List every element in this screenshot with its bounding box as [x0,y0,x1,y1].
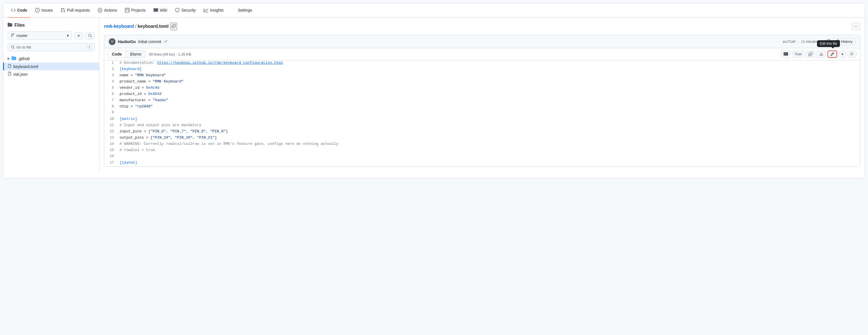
file-toolbar: Code Blame 50 lines (44 loc) · 1.16 KB R… [104,48,860,60]
code-icon [11,8,16,12]
history-button[interactable]: History [833,38,856,45]
avatar: H [109,38,116,45]
nav-settings[interactable]: Settings [228,3,255,18]
wrap-button[interactable] [847,51,857,58]
code-line-17: 17 [layout] [104,160,860,166]
pr-icon [61,8,65,12]
tab-code[interactable]: Code [107,51,126,58]
main-layout: Files master ▾ Go to fil [3,18,865,171]
line-num-2[interactable]: 2 [104,67,118,71]
nav-insights[interactable]: Insights [200,3,227,18]
settings-icon [231,8,236,12]
copy-raw-button[interactable] [806,51,815,58]
tree-file-name-toml: keyboard.toml [13,64,38,69]
line-num-11[interactable]: 11 [104,123,118,127]
goto-file-input[interactable]: Go to file t [8,43,95,51]
branch-name: master [17,33,28,38]
line-num-9[interactable]: 9 [104,111,118,115]
line-num-12[interactable]: 12 [104,129,118,133]
more-options-button[interactable]: ··· [851,22,860,30]
file-tree: ▶ .github keyboard.toml vial. [3,54,99,78]
line-content-3: name = "RMK Keyboard" [118,73,170,78]
tab-blame[interactable]: Blame [126,51,146,58]
nav-settings-label: Settings [238,8,252,12]
code-line-13: 13 output_pins = ["PIN_19", "PIN_20", "P… [104,135,860,142]
chevron-dropdown-button[interactable]: ▾ [839,51,846,58]
line-content-2: [keyboard] [118,67,146,71]
commit-time: 11 minutes ago [801,40,824,44]
branch-selector[interactable]: master ▾ [8,31,72,40]
line-num-5[interactable]: 5 [104,86,118,90]
actions-icon [98,8,102,12]
commit-author[interactable]: HaoboGu [118,39,136,44]
code-line-10: 10 [matrix] [104,117,860,123]
tree-item-github[interactable]: ▶ .github [3,54,99,63]
commit-info: acc71e0 · 11 minutes ago History [783,38,856,45]
add-file-button[interactable] [74,32,83,39]
nav-projects[interactable]: Projects [122,3,149,18]
line-num-13[interactable]: 13 [104,136,118,140]
nav-code[interactable]: Code [8,3,31,18]
nav-projects-label: Projects [131,8,146,12]
search-files-button[interactable] [86,32,95,39]
code-line-1: 1 # Documentation: https://haobogu.githu… [104,60,860,67]
tree-item-keyboard-toml[interactable]: keyboard.toml [3,63,99,70]
line-content-6: product_id = 0x4643 [118,92,166,96]
line-num-10[interactable]: 10 [104,117,118,121]
file-icon-2 [8,72,11,77]
wiki-icon [154,8,158,12]
nav-actions-label: Actions [104,8,117,12]
goto-shortcut: t [87,45,92,49]
file-header: rmk-keyboard / keyboard.toml ··· [104,22,860,30]
insights-icon [204,8,208,12]
nav-actions[interactable]: Actions [94,3,120,18]
line-content-8: chip = "rp2040" [118,104,157,109]
code-line-15: 15 # row2col = true [104,148,860,154]
nav-wiki[interactable]: Wiki [150,3,170,18]
line-num-14[interactable]: 14 [104,142,118,146]
file-actions: Raw Edit this file [781,51,857,58]
line-num-3[interactable]: 3 [104,73,118,78]
nav-wiki-label: Wiki [160,8,167,12]
nav-issues[interactable]: Issues [32,3,56,18]
security-icon [175,8,180,12]
line-content-12: input_pins = ["PIN_6", "PIN_7", "PIN_8",… [118,129,232,133]
line-num-7[interactable]: 7 [104,98,118,102]
line-content-4: product_name = "RMK Keyboard" [118,79,188,84]
history-label: History [841,39,852,44]
tree-item-vial-json[interactable]: vial.json [3,70,99,78]
breadcrumb-repo[interactable]: rmk-keyboard [104,24,134,29]
line-num-8[interactable]: 8 [104,104,118,109]
app-container: Code Issues Pull requests Actions Projec… [3,3,865,179]
line-num-16[interactable]: 16 [104,154,118,158]
projects-icon [125,8,129,12]
tree-folder-name: .github [18,56,30,61]
code-line-11: 11 # Input and output pins are mandatory [104,123,860,129]
sidebar-controls: master ▾ [3,31,99,43]
line-num-15[interactable]: 15 [104,148,118,152]
edit-file-button[interactable] [828,51,837,58]
sidebar-title: Files [14,23,25,28]
raw-label: Raw [795,52,802,56]
line-num-1[interactable]: 1 [104,61,118,65]
nav-issues-label: Issues [41,8,53,12]
symbols-button[interactable] [781,51,790,58]
download-button[interactable] [817,51,826,58]
goto-file-label: Go to file [17,45,31,49]
line-content-11: # Input and output pins are mandatory [118,123,206,127]
code-content: 1 # Documentation: https://haobogu.githu… [104,60,860,166]
nav-pull-requests[interactable]: Pull requests [57,3,93,18]
line-num-17[interactable]: 17 [104,161,118,165]
breadcrumb: rmk-keyboard / keyboard.toml [104,24,168,29]
edit-button-container: Edit this file [828,51,837,58]
tree-file-name-json: vial.json [13,72,28,77]
line-content-7: manufacturer = "haobo" [118,98,173,102]
code-line-12: 12 input_pins = ["PIN_6", "PIN_7", "PIN_… [104,129,860,135]
line-num-4[interactable]: 4 [104,80,118,84]
nav-security[interactable]: Security [172,3,199,18]
line-content-5: vendor_id = 0x4c4b [118,86,164,90]
raw-button[interactable]: Raw [793,51,804,58]
commit-hash-text: acc71e0 [783,40,796,44]
line-num-6[interactable]: 6 [104,92,118,96]
copy-path-button[interactable] [170,23,177,30]
